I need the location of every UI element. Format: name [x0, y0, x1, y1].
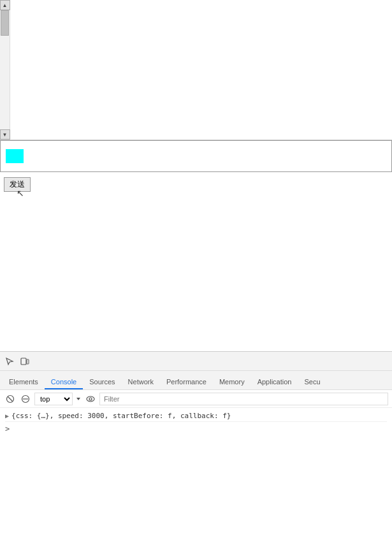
input-area[interactable] [0, 140, 392, 172]
console-prompt: > [5, 422, 387, 436]
svg-rect-1 [27, 359, 29, 364]
send-button[interactable]: 发送 [4, 177, 31, 192]
svg-line-3 [8, 396, 13, 401]
send-button-area: 发送 [0, 175, 34, 194]
inspect-element-icon[interactable] [3, 354, 17, 368]
svg-rect-0 [21, 358, 26, 365]
context-select[interactable]: top [34, 393, 73, 405]
clear-console-button[interactable] [4, 393, 17, 405]
log-text: {css: {…}, speed: 3000, startBefore: f, … [11, 412, 231, 420]
devtools-toolbar [0, 352, 392, 371]
devtools-panel: Elements Console Sources Network Perform… [0, 351, 392, 536]
scroll-down-arrow[interactable]: ▼ [0, 129, 10, 140]
tab-sources[interactable]: Sources [83, 375, 121, 389]
console-content: ▶ {css: {…}, speed: 3000, startBefore: f… [0, 408, 392, 438]
svg-point-7 [87, 396, 94, 402]
dropdown-arrow-icon [75, 396, 82, 402]
scroll-up-arrow[interactable]: ▲ [0, 0, 10, 10]
device-toolbar-icon[interactable] [18, 354, 32, 368]
console-toolbar: top [0, 390, 392, 408]
devtools-tabs: Elements Console Sources Network Perform… [0, 371, 392, 390]
svg-point-8 [89, 398, 92, 400]
eye-icon[interactable] [84, 393, 97, 405]
expand-triangle[interactable]: ▶ [5, 412, 9, 419]
svg-marker-6 [76, 398, 80, 400]
tab-memory[interactable]: Memory [213, 375, 251, 389]
block-icon[interactable] [19, 393, 32, 405]
console-log-entry: ▶ {css: {…}, speed: 3000, startBefore: f… [5, 410, 387, 422]
scroll-thumb[interactable] [1, 10, 9, 36]
tab-application[interactable]: Application [251, 375, 298, 389]
cyan-color-block [6, 149, 24, 163]
tab-performance[interactable]: Performance [160, 375, 213, 389]
tab-security[interactable]: Secu [298, 375, 326, 389]
scroll-track[interactable] [0, 10, 10, 129]
top-panel: ▲ ▼ [0, 0, 392, 140]
scrollbar[interactable]: ▲ ▼ [0, 0, 10, 140]
tab-console[interactable]: Console [45, 375, 83, 389]
tab-elements[interactable]: Elements [3, 375, 45, 389]
filter-input[interactable] [99, 393, 388, 405]
middle-area [0, 198, 392, 351]
tab-network[interactable]: Network [122, 375, 160, 389]
prompt-symbol: > [5, 424, 10, 433]
